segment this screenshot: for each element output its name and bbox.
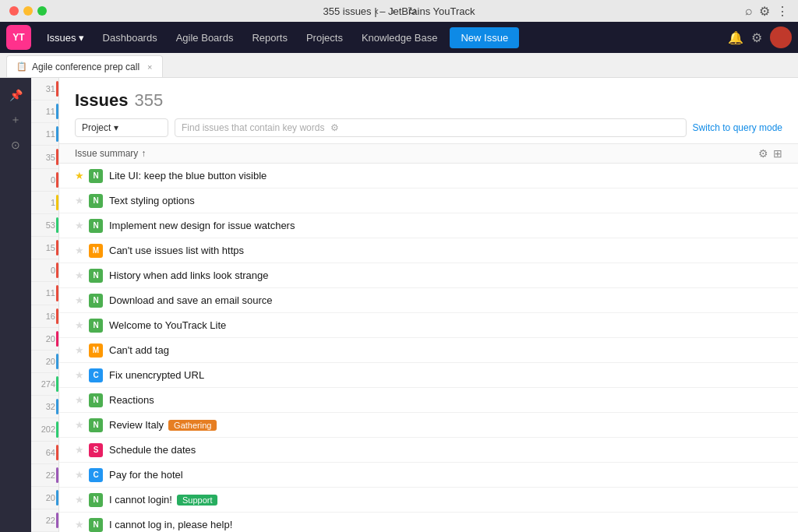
issue-title: Implement new design for issue watchers bbox=[109, 220, 295, 231]
nav-item-dashboards[interactable]: Dashboards bbox=[94, 22, 167, 53]
number-row: 1 bbox=[31, 192, 58, 214]
nav-item-reports[interactable]: Reports bbox=[242, 22, 297, 53]
titlebar-actions[interactable]: ⌕ ⚙ ⋮ bbox=[745, 4, 789, 19]
star-icon[interactable]: ★ bbox=[75, 195, 84, 206]
table-row[interactable]: ★NHistory when add links look strange bbox=[59, 263, 798, 288]
user-avatar[interactable] bbox=[770, 26, 792, 48]
number-row: 20 bbox=[31, 328, 58, 351]
issue-title: Text styling options bbox=[109, 195, 195, 206]
issue-type-badge: N bbox=[89, 294, 103, 308]
table-row[interactable]: ★SSchedule the dates bbox=[59, 438, 798, 463]
number-row: 15 bbox=[31, 237, 58, 259]
star-icon[interactable]: ★ bbox=[75, 294, 84, 306]
table-header: Issue summary ↑ ⚙ ⊞ bbox=[59, 143, 798, 164]
issue-title: Pay for the hotel bbox=[109, 469, 183, 481]
star-icon[interactable]: ★ bbox=[75, 419, 84, 431]
issue-type-badge: N bbox=[89, 319, 103, 333]
table-row[interactable]: ★NLite UI: keep the blue button visible bbox=[59, 164, 798, 188]
nav-item-agile-boards[interactable]: Agile Boards bbox=[167, 22, 243, 53]
chevron-down-icon: ▾ bbox=[114, 122, 118, 133]
issue-type-badge: N bbox=[89, 194, 103, 208]
number-row: 20 bbox=[31, 487, 58, 509]
issue-title: I cannot log in, please help! bbox=[109, 519, 232, 530]
nav-right: 🔔 ⚙ bbox=[728, 26, 792, 48]
issue-list: ★NLite UI: keep the blue button visible★… bbox=[59, 164, 798, 532]
settings-gear-icon[interactable]: ⚙ bbox=[751, 30, 762, 45]
table-row[interactable]: ★MCan't use issues list with https bbox=[59, 238, 798, 263]
close-button[interactable] bbox=[9, 6, 19, 16]
number-row: 53 bbox=[31, 214, 58, 237]
issue-type-badge: N bbox=[89, 418, 103, 432]
number-row: 11 bbox=[31, 123, 58, 146]
issue-type-badge: N bbox=[89, 518, 103, 532]
issue-title: Review ItalyGathering bbox=[109, 419, 217, 431]
issue-type-badge: M bbox=[89, 344, 103, 358]
add-icon[interactable]: ＋ bbox=[5, 109, 26, 131]
star-icon[interactable]: ★ bbox=[75, 494, 84, 506]
number-row: 32 bbox=[31, 396, 58, 418]
issue-title: Welcome to YouTrack Lite bbox=[109, 319, 226, 331]
notification-bell-icon[interactable]: 🔔 bbox=[728, 30, 743, 45]
settings-icon[interactable]: ⊙ bbox=[5, 134, 26, 156]
page-title: Issues bbox=[75, 90, 129, 111]
issue-title: Download and save an email source bbox=[109, 294, 273, 306]
filters-bar: Project ▾ Find issues that contain key w… bbox=[59, 118, 798, 143]
number-row: 16 bbox=[31, 305, 58, 328]
star-icon[interactable]: ★ bbox=[75, 170, 84, 181]
star-icon[interactable]: ★ bbox=[75, 369, 84, 381]
nav-item-knowledge-base[interactable]: Knowledge Base bbox=[352, 22, 447, 53]
table-row[interactable]: ★MCan't add tag bbox=[59, 338, 798, 363]
tab-agile-conference[interactable]: 📋 Agile conference prep call × bbox=[6, 55, 163, 77]
sidebar: 📌 ＋ ⊙ bbox=[0, 78, 31, 532]
window-title: 355 issues | – JetBrains YouTrack bbox=[323, 5, 475, 17]
number-row: 22 bbox=[31, 464, 58, 487]
star-icon[interactable]: ★ bbox=[75, 220, 84, 231]
window-controls[interactable] bbox=[9, 6, 47, 16]
star-icon[interactable]: ★ bbox=[75, 270, 84, 281]
star-icon[interactable]: ★ bbox=[75, 444, 84, 456]
puzzle-icon[interactable]: ⚙ bbox=[759, 4, 770, 19]
issue-type-badge: C bbox=[89, 468, 103, 482]
star-icon[interactable]: ★ bbox=[75, 394, 84, 406]
star-icon[interactable]: ★ bbox=[75, 469, 84, 481]
nav-item-projects[interactable]: Projects bbox=[297, 22, 352, 53]
menu-icon[interactable]: ⋮ bbox=[776, 4, 789, 19]
issue-title: Fix unencrypted URL bbox=[109, 369, 204, 381]
tab-label: Agile conference prep call bbox=[32, 62, 139, 72]
switch-query-mode[interactable]: Switch to query mode bbox=[693, 122, 782, 133]
table-columns-icon[interactable]: ⊞ bbox=[773, 147, 782, 160]
table-row[interactable]: ★CFix unencrypted URL bbox=[59, 363, 798, 388]
summary-column-header[interactable]: Issue summary ↑ bbox=[75, 148, 146, 159]
table-row[interactable]: ★CPay for the hotel bbox=[59, 463, 798, 488]
search-settings-icon[interactable]: ⚙ bbox=[330, 122, 339, 133]
star-icon[interactable]: ★ bbox=[75, 519, 84, 530]
new-issue-button[interactable]: New Issue bbox=[450, 27, 519, 48]
table-row[interactable]: ★NImplement new design for issue watcher… bbox=[59, 213, 798, 238]
issue-tag: Gathering bbox=[168, 420, 217, 431]
star-icon[interactable]: ★ bbox=[75, 344, 84, 356]
search-icon[interactable]: ⌕ bbox=[745, 4, 753, 19]
table-row[interactable]: ★NDownload and save an email source bbox=[59, 288, 798, 313]
maximize-button[interactable] bbox=[37, 6, 47, 16]
table-settings-icon[interactable]: ⚙ bbox=[758, 147, 768, 160]
issue-type-badge: C bbox=[89, 368, 103, 382]
table-row[interactable]: ★NWelcome to YouTrack Lite bbox=[59, 313, 798, 338]
project-filter[interactable]: Project ▾ bbox=[75, 118, 168, 137]
search-filter[interactable]: Find issues that contain key words ⚙ bbox=[175, 118, 687, 137]
tab-close-button[interactable]: × bbox=[147, 62, 152, 72]
number-row: 11 bbox=[31, 282, 58, 305]
star-icon[interactable]: ★ bbox=[75, 245, 84, 256]
table-row[interactable]: ★NI cannot login!Support bbox=[59, 488, 798, 513]
issue-type-badge: N bbox=[89, 269, 103, 283]
table-row[interactable]: ★NReview ItalyGathering bbox=[59, 413, 798, 438]
number-row: 202 bbox=[31, 418, 58, 441]
table-row[interactable]: ★NReactions bbox=[59, 388, 798, 413]
pin-icon[interactable]: 📌 bbox=[5, 84, 26, 106]
number-row: 64 bbox=[31, 442, 58, 464]
table-row[interactable]: ★NText styling options bbox=[59, 188, 798, 213]
nav-item-issues[interactable]: Issues ▾ bbox=[37, 22, 94, 53]
table-row[interactable]: ★NI cannot log in, please help! bbox=[59, 513, 798, 532]
minimize-button[interactable] bbox=[23, 6, 33, 16]
star-icon[interactable]: ★ bbox=[75, 319, 84, 331]
table-actions: ⚙ ⊞ bbox=[758, 147, 782, 160]
